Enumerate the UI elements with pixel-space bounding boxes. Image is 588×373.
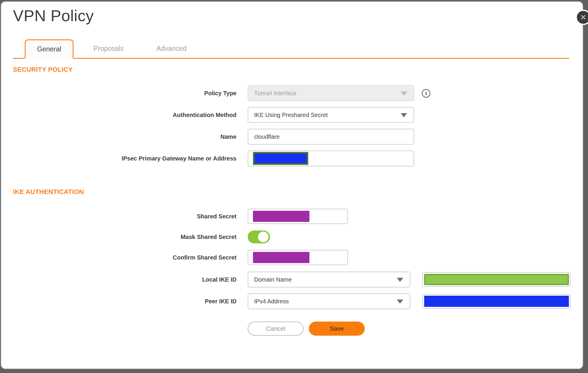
cancel-button[interactable]: Cancel — [248, 322, 304, 336]
section-security-policy: SECURITY POLICY — [13, 66, 583, 73]
tab-general-label: General — [37, 45, 61, 53]
authentication-method-select[interactable]: IKE Using Preshared Secret — [248, 107, 414, 123]
policy-type-label: Policy Type — [1, 90, 236, 97]
peer-ike-id-type-value: IPv4 Address — [254, 298, 289, 305]
tab-general[interactable]: General — [25, 39, 74, 59]
authentication-method-row: Authentication Method IKE Using Preshare… — [1, 107, 583, 123]
policy-type-value: Tunnel Interface — [254, 90, 297, 97]
name-label: Name — [1, 133, 236, 140]
authentication-method-label: Authentication Method — [1, 112, 236, 118]
name-input[interactable] — [248, 129, 414, 145]
gateway-redacted-value — [253, 152, 308, 165]
shared-secret-input[interactable] — [248, 209, 348, 224]
chevron-down-icon — [401, 113, 407, 117]
dialog-actions: Cancel Save — [248, 322, 583, 336]
chevron-down-icon — [397, 300, 403, 304]
peer-ike-id-row: Peer IKE ID IPv4 Address — [1, 293, 583, 309]
shared-secret-row: Shared Secret — [1, 209, 583, 224]
peer-ike-id-value-input[interactable] — [422, 294, 571, 309]
peer-ike-id-select[interactable]: IPv4 Address — [248, 293, 410, 309]
local-ike-id-label: Local IKE ID — [1, 276, 236, 283]
close-icon: ✕ — [580, 14, 587, 21]
peer-ike-id-redacted-value — [424, 296, 569, 307]
page-title: VPN Policy — [13, 7, 583, 24]
mask-shared-secret-label: Mask Shared Secret — [1, 234, 236, 240]
tab-bar: General Proposals Advanced — [13, 39, 569, 59]
toggle-knob — [258, 232, 269, 242]
confirm-shared-secret-input[interactable] — [248, 250, 348, 265]
gateway-input[interactable] — [248, 150, 414, 166]
chevron-down-icon — [397, 278, 403, 282]
tab-proposals-label: Proposals — [94, 45, 124, 53]
info-glyph: i — [425, 90, 427, 96]
policy-type-row: Policy Type Tunnel Interface i — [1, 85, 583, 101]
shared-secret-label: Shared Secret — [1, 213, 236, 220]
chevron-down-icon — [401, 91, 407, 96]
shared-secret-redacted-value — [253, 211, 309, 222]
mask-shared-secret-toggle[interactable] — [248, 230, 270, 243]
save-button[interactable]: Save — [309, 322, 365, 336]
confirm-shared-secret-redacted-value — [253, 252, 309, 263]
section-ike-authentication: IKE AUTHENTICATION — [13, 188, 583, 196]
authentication-method-value: IKE Using Preshared Secret — [254, 112, 328, 118]
local-ike-id-type-value: Domain Name — [254, 276, 292, 283]
gateway-row: IPsec Primary Gateway Name or Address — [1, 150, 583, 166]
tab-proposals[interactable]: Proposals — [84, 39, 134, 58]
info-icon[interactable]: i — [422, 89, 430, 98]
tab-advanced[interactable]: Advanced — [146, 39, 196, 58]
local-ike-id-row: Local IKE ID Domain Name — [1, 272, 583, 287]
confirm-shared-secret-row: Confirm Shared Secret — [1, 250, 583, 265]
name-row: Name — [1, 129, 583, 145]
mask-shared-secret-row: Mask Shared Secret — [1, 230, 583, 243]
gateway-label: IPsec Primary Gateway Name or Address — [1, 155, 236, 162]
local-ike-id-redacted-value — [424, 274, 569, 285]
peer-ike-id-label: Peer IKE ID — [1, 298, 236, 305]
policy-type-select: Tunnel Interface — [248, 85, 414, 101]
local-ike-id-value-input[interactable] — [422, 272, 571, 287]
local-ike-id-select[interactable]: Domain Name — [248, 272, 410, 287]
vpn-policy-dialog: VPN Policy General Proposals Advanced SE… — [1, 1, 583, 369]
confirm-shared-secret-label: Confirm Shared Secret — [1, 254, 236, 261]
tab-advanced-label: Advanced — [156, 45, 186, 53]
